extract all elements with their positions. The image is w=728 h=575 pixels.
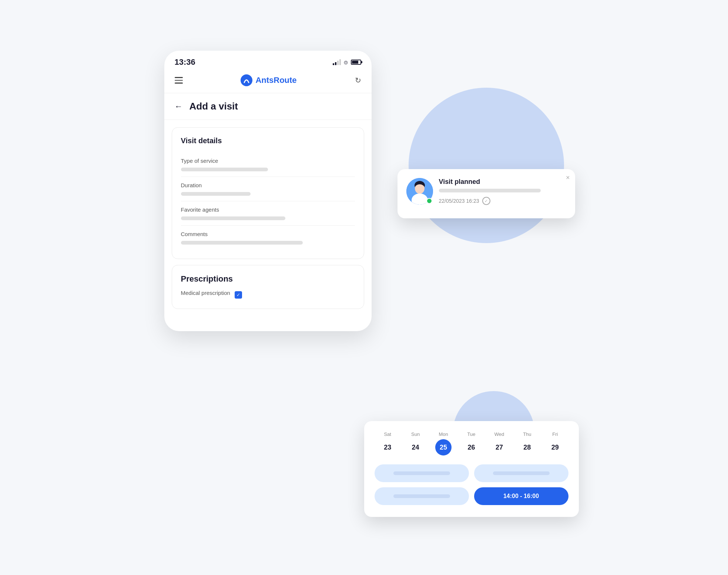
- notification-title: Visit planned: [439, 178, 566, 186]
- prescriptions-title: Prescriptions: [181, 274, 355, 284]
- svg-point-6: [415, 184, 425, 192]
- comments-value: [181, 241, 303, 245]
- signal-icon: [333, 59, 341, 65]
- menu-icon[interactable]: [175, 77, 183, 84]
- notification-name-bar: [439, 189, 541, 192]
- check-circle-icon: ✓: [482, 197, 490, 205]
- duration-field[interactable]: Duration: [181, 177, 355, 201]
- day-sat[interactable]: Sat 23: [375, 431, 401, 455]
- comments-field[interactable]: Comments: [181, 226, 355, 250]
- sub-header: ← Add a visit: [164, 93, 372, 120]
- favorite-agents-value: [181, 216, 285, 220]
- favorite-agents-field[interactable]: Favorite agents: [181, 201, 355, 226]
- notification-close-button[interactable]: ×: [566, 174, 570, 181]
- visit-details-title: Visit details: [181, 137, 355, 145]
- time-slot-selected[interactable]: 14:00 - 16:00: [474, 487, 568, 505]
- day-fri[interactable]: Fri 29: [542, 431, 568, 455]
- day-mon[interactable]: Mon 25: [430, 431, 456, 455]
- online-indicator: [426, 198, 432, 204]
- day-wed[interactable]: Wed 27: [486, 431, 512, 455]
- svg-rect-4: [416, 194, 423, 202]
- back-button[interactable]: ←: [175, 102, 183, 111]
- wifi-icon: ⌾: [344, 58, 348, 66]
- prescription-row: Medical prescription ✓: [181, 290, 355, 300]
- day-thu[interactable]: Thu 28: [514, 431, 540, 455]
- notification-header: Visit planned 22/05/2023 16:23 ✓: [406, 178, 566, 205]
- battery-icon: [351, 60, 361, 65]
- logo-icon: [241, 74, 252, 86]
- notification-card: ×: [397, 169, 575, 218]
- time-slot-3[interactable]: [375, 487, 469, 505]
- prescriptions-card: Prescriptions Medical prescription ✓: [172, 265, 364, 309]
- avatar-container: [406, 178, 433, 205]
- status-time: 13:36: [175, 57, 195, 67]
- logo-text: AntsRoute: [255, 75, 296, 85]
- type-of-service-value: [181, 168, 268, 171]
- comments-label: Comments: [181, 231, 355, 237]
- day-sun[interactable]: Sun 24: [402, 431, 429, 455]
- phone-content: Visit details Type of service Duration F…: [164, 120, 372, 316]
- deco-circle-large: [409, 88, 564, 243]
- medical-prescription-label: Medical prescription: [181, 290, 230, 296]
- time-slot-2[interactable]: [474, 464, 568, 482]
- calendar-card: Sat 23 Sun 24 Mon 25 Tue 26 Wed 27 Thu 2…: [364, 421, 579, 517]
- status-icons: ⌾: [333, 58, 361, 66]
- time-slots: 14:00 - 16:00: [375, 464, 568, 505]
- favorite-agents-label: Favorite agents: [181, 206, 355, 213]
- day-tue[interactable]: Tue 26: [458, 431, 484, 455]
- refresh-icon[interactable]: ↻: [355, 76, 361, 85]
- type-of-service-label: Type of service: [181, 158, 355, 164]
- duration-label: Duration: [181, 182, 355, 188]
- type-of-service-field[interactable]: Type of service: [181, 152, 355, 177]
- calendar-days: Sat 23 Sun 24 Mon 25 Tue 26 Wed 27 Thu 2…: [375, 431, 568, 455]
- status-bar: 13:36 ⌾: [164, 51, 372, 71]
- duration-value: [181, 192, 251, 196]
- notification-info: Visit planned 22/05/2023 16:23 ✓: [439, 178, 566, 205]
- visit-details-card: Visit details Type of service Duration F…: [172, 127, 364, 259]
- time-slot-1[interactable]: [375, 464, 469, 482]
- page-title: Add a visit: [189, 101, 238, 112]
- medical-prescription-checkbox[interactable]: ✓: [235, 291, 242, 299]
- app-header: AntsRoute ↻: [164, 71, 372, 93]
- phone-mockup: 13:36 ⌾ AntsRou: [164, 51, 372, 331]
- notification-date: 22/05/2023 16:23 ✓: [439, 197, 566, 205]
- logo: AntsRoute: [241, 74, 296, 86]
